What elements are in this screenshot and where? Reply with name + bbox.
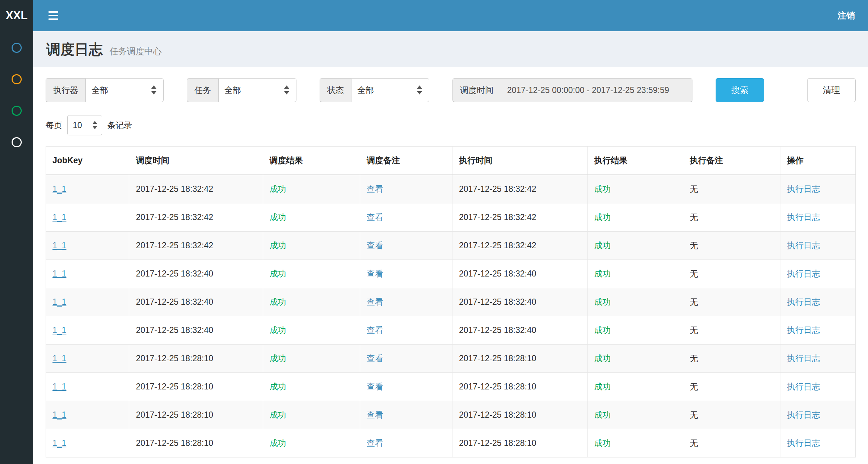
jobkey-link[interactable]: 1_1 [52, 269, 66, 278]
trigger-time-range-input[interactable] [501, 78, 692, 102]
search-button[interactable]: 搜索 [716, 78, 764, 102]
exec-log-link-cell: 执行日志 [780, 316, 855, 345]
trigger-msg-link[interactable]: 查看 [367, 212, 383, 222]
page-size-select[interactable]: 10 [67, 115, 102, 135]
trigger-msg-link[interactable]: 查看 [367, 325, 383, 335]
jobkey-link[interactable]: 1_1 [52, 325, 66, 335]
handle-time-cell: 2017-12-25 18:28:10 [452, 429, 587, 457]
handle-msg-cell: 无 [683, 260, 780, 288]
trigger-msg-link[interactable]: 查看 [367, 410, 383, 419]
trigger-result-cell: 成功 [263, 175, 360, 203]
status-select[interactable]: 全部 [351, 78, 429, 102]
top-navbar: XXL 注销 [0, 0, 868, 31]
jobkey-link-cell: 1_1 [46, 203, 129, 232]
handle-result: 成功 [594, 212, 611, 222]
job-select[interactable]: 全部 [218, 78, 296, 102]
handle-result-cell: 成功 [587, 260, 683, 288]
trigger-msg-link[interactable]: 查看 [367, 382, 383, 391]
jobkey-link[interactable]: 1_1 [52, 241, 66, 250]
exec-log-link[interactable]: 执行日志 [787, 382, 820, 391]
content-panel: 执行器 全部 任务 全部 状态 全部 [33, 67, 868, 464]
handle-result-cell: 成功 [587, 401, 683, 429]
sidebar-menu-item-1[interactable] [0, 43, 33, 74]
status-select-wrap: 全部 [351, 78, 429, 102]
handle-result: 成功 [594, 269, 611, 278]
jobkey-link[interactable]: 1_1 [52, 438, 66, 448]
filter-toolbar: 执行器 全部 任务 全部 状态 全部 [46, 78, 856, 102]
jobkey-link[interactable]: 1_1 [52, 184, 66, 194]
handle-msg: 无 [690, 410, 698, 419]
sidebar-toggle-button[interactable] [46, 8, 61, 23]
job-select-wrap: 全部 [218, 78, 296, 102]
trigger-time-cell: 2017-12-25 18:32:40 [129, 260, 263, 288]
handle-result: 成功 [594, 241, 611, 250]
exec-log-link[interactable]: 执行日志 [787, 297, 820, 307]
col-header-handle-result: 执行结果 [587, 147, 683, 175]
exec-log-link[interactable]: 执行日志 [787, 354, 820, 363]
exec-log-link[interactable]: 执行日志 [787, 212, 820, 222]
exec-log-link[interactable]: 执行日志 [787, 410, 820, 419]
sidebar-menu-item-4[interactable] [0, 137, 33, 169]
trigger-time: 2017-12-25 18:32:40 [136, 325, 213, 335]
jobkey-link[interactable]: 1_1 [52, 297, 66, 307]
jobkey-link[interactable]: 1_1 [52, 382, 66, 391]
trigger-result-cell: 成功 [263, 288, 360, 316]
brand-logo: XXL [0, 0, 33, 31]
handle-time: 2017-12-25 18:32:40 [459, 269, 536, 278]
trigger-time: 2017-12-25 18:28:10 [136, 410, 213, 419]
clear-button[interactable]: 清理 [807, 78, 856, 102]
exec-log-link[interactable]: 执行日志 [787, 269, 820, 278]
trigger-msg-link[interactable]: 查看 [367, 297, 383, 307]
handle-time-cell: 2017-12-25 18:32:42 [452, 232, 587, 260]
handle-time: 2017-12-25 18:32:42 [459, 184, 536, 194]
exec-log-link-cell: 执行日志 [780, 203, 855, 232]
handle-result-cell: 成功 [587, 203, 683, 232]
handle-result: 成功 [594, 382, 611, 391]
handle-time: 2017-12-25 18:32:40 [459, 297, 536, 307]
status-filter-group: 状态 全部 [320, 78, 429, 102]
sidebar-menu-item-3[interactable] [0, 106, 33, 137]
exec-log-link[interactable]: 执行日志 [787, 438, 820, 448]
col-header-trigger-time: 调度时间 [129, 147, 263, 175]
sidebar-menu-item-2[interactable] [0, 74, 33, 106]
trigger-msg-link-cell: 查看 [360, 232, 452, 260]
trigger-msg-link[interactable]: 查看 [367, 438, 383, 448]
handle-msg: 无 [690, 184, 698, 194]
jobkey-link[interactable]: 1_1 [52, 410, 66, 419]
executor-select-wrap: 全部 [85, 78, 164, 102]
jobkey-link[interactable]: 1_1 [52, 212, 66, 222]
handle-result-cell: 成功 [587, 429, 683, 457]
handle-msg: 无 [690, 297, 698, 307]
trigger-msg-link[interactable]: 查看 [367, 184, 383, 194]
exec-log-link[interactable]: 执行日志 [787, 325, 820, 335]
exec-log-link[interactable]: 执行日志 [787, 241, 820, 250]
col-header-trigger-msg: 调度备注 [360, 147, 452, 175]
trigger-result-cell: 成功 [263, 316, 360, 345]
executor-select[interactable]: 全部 [85, 78, 164, 102]
job-filter-label: 任务 [187, 78, 218, 102]
status-filter-label: 状态 [320, 78, 351, 102]
jobkey-link-cell: 1_1 [46, 175, 129, 203]
handle-result-cell: 成功 [587, 288, 683, 316]
trigger-result: 成功 [270, 382, 286, 391]
jobkey-link[interactable]: 1_1 [52, 354, 66, 363]
handle-result-cell: 成功 [587, 232, 683, 260]
hamburger-icon [49, 11, 58, 13]
handle-msg: 无 [690, 269, 698, 278]
trigger-time-cell: 2017-12-25 18:28:10 [129, 373, 263, 401]
trigger-result-cell: 成功 [263, 401, 360, 429]
trigger-time-cell: 2017-12-25 18:32:42 [129, 175, 263, 203]
handle-time: 2017-12-25 18:32:42 [459, 212, 536, 222]
handle-msg: 无 [690, 354, 698, 363]
trigger-msg-link[interactable]: 查看 [367, 269, 383, 278]
trigger-msg-link[interactable]: 查看 [367, 354, 383, 363]
trigger-msg-link[interactable]: 查看 [367, 241, 383, 250]
sidebar [0, 31, 33, 464]
logout-link[interactable]: 注销 [825, 0, 868, 31]
exec-log-link[interactable]: 执行日志 [787, 184, 820, 194]
exec-log-link-cell: 执行日志 [780, 175, 855, 203]
page-size-prefix: 每页 [46, 120, 62, 131]
trigger-result: 成功 [270, 297, 286, 307]
circle-icon [12, 106, 22, 116]
handle-time-cell: 2017-12-25 18:32:40 [452, 316, 587, 345]
